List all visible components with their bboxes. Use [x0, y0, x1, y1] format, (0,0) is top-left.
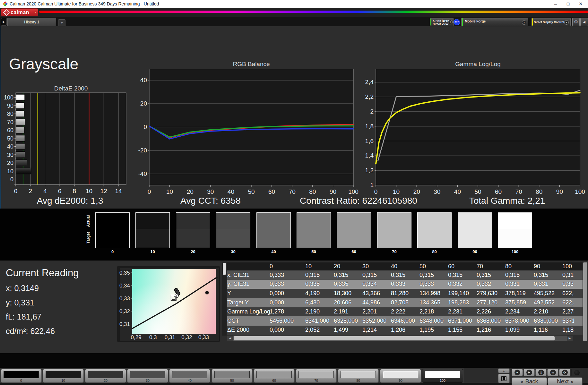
brand-name: calman	[11, 10, 29, 15]
pattern-button-50[interactable]: 50	[212, 369, 253, 383]
window-title: Calman 2020 Calman Ultimate for Business…	[10, 1, 159, 6]
swatch-target	[176, 229, 210, 248]
pattern-window-icon	[501, 376, 506, 381]
table-cell: 0,331	[505, 281, 534, 287]
pattern-swatch	[172, 371, 207, 378]
pattern-button-100[interactable]: 100	[422, 369, 463, 383]
pattern-label: 10	[43, 379, 83, 382]
pattern-button-10[interactable]: 10	[43, 369, 84, 383]
table-cell: 6380,000	[534, 318, 562, 324]
svg-text:Gamma Log/Log: Gamma Log/Log	[455, 61, 501, 67]
meter-device-button[interactable]: X-Rite i1Pro 2 Direct View ▼	[430, 18, 454, 26]
table-cell: 1,099	[505, 327, 534, 333]
svg-text:30: 30	[7, 152, 13, 158]
chevron-down-icon[interactable]: ▼	[522, 20, 526, 25]
swatch-label: 60	[337, 249, 371, 254]
svg-text:100: 100	[4, 94, 13, 101]
pattern-button-20[interactable]: 20	[85, 369, 126, 383]
table-hscroll-right-button[interactable]: ▶	[567, 336, 573, 341]
table-header-cell: 80	[505, 263, 534, 270]
svg-text:4: 4	[43, 188, 47, 194]
table-cell: 1,116	[534, 327, 562, 333]
table-header-cell: 60	[448, 263, 477, 270]
table-cell: 0,315	[362, 272, 391, 278]
close-button[interactable]: ✕	[575, 0, 586, 8]
minimize-button[interactable]: –	[550, 0, 561, 8]
pattern-expand-button[interactable]: ▲	[498, 368, 510, 373]
swatch-label: 40	[256, 249, 291, 254]
table-cell: 0,315	[505, 272, 534, 278]
calman-menu-button[interactable]: calman ▼	[1, 8, 38, 16]
maximize-button[interactable]: □	[563, 0, 574, 8]
pattern-button-70[interactable]: 70	[296, 369, 337, 383]
collapse-panel-button[interactable]: ◀	[580, 18, 588, 26]
svg-text:1,4: 1,4	[365, 152, 374, 159]
interval-icon: [-]	[538, 370, 544, 375]
indicator-circle-icon	[574, 370, 580, 375]
table-cell: 0,315	[391, 272, 419, 278]
pattern-button-60[interactable]: 60	[254, 369, 295, 383]
table-cell: 6346,000	[391, 318, 419, 324]
back-button[interactable]: « Back	[512, 377, 547, 385]
svg-text:40: 40	[228, 188, 234, 195]
pattern-button-80[interactable]: 80	[338, 369, 379, 383]
table-vscroll-thumb[interactable]	[223, 263, 226, 275]
table-cell: 6371,000	[448, 318, 477, 324]
interval-button[interactable]: [-]	[535, 369, 547, 376]
stop-button[interactable]: ■	[512, 369, 523, 376]
app-icon	[3, 1, 8, 6]
table-cell: 0,332	[448, 281, 477, 287]
refresh-button[interactable]: ⟳	[559, 369, 570, 376]
chevron-down-icon[interactable]: ▼	[448, 20, 453, 24]
pattern-window-button[interactable]	[498, 374, 510, 383]
table-cell: 2,218	[419, 308, 448, 315]
stat-total-gamma: Total Gamma: 2,21	[469, 196, 545, 206]
pattern-button-30[interactable]: 30	[127, 369, 168, 383]
calman-window: Calman 2020 Calman Ultimate for Business…	[0, 0, 588, 385]
pattern-button-0[interactable]: 0	[1, 369, 42, 383]
table-cell: 622,46	[562, 299, 574, 306]
loop-infinite-button[interactable]: ∞	[547, 369, 558, 376]
table-header-cell: 50	[419, 263, 448, 270]
swatch-label: 80	[417, 249, 452, 254]
table-header-cell: 90	[534, 263, 562, 270]
table-cell: 1,216	[477, 327, 505, 333]
table-header-row: 0102030405060708090100	[227, 262, 583, 270]
table-header-cell: 100	[562, 263, 574, 270]
back-arrow-icon: «	[520, 378, 523, 385]
add-tab-button[interactable]: +	[58, 19, 65, 26]
meter-count-badge[interactable]: 207	[454, 19, 460, 25]
table-cell: 1,195	[419, 327, 448, 333]
tab-nav-button[interactable]: ▶	[1, 18, 7, 26]
table-cell: 2,201	[362, 308, 391, 315]
svg-text:80: 80	[536, 188, 542, 195]
swatch-label: 70	[377, 249, 411, 254]
pattern-swatch	[298, 371, 334, 378]
table-hscroll-thumb[interactable]	[234, 336, 555, 340]
svg-text:50: 50	[248, 188, 255, 195]
table-cell: 0,000	[270, 290, 305, 297]
table-cell: 0,331	[562, 281, 574, 287]
measurement-table: 0102030405060708090100x: CIE310,3330,315…	[221, 262, 588, 341]
table-vscrollbar-right[interactable]	[583, 262, 587, 341]
pattern-button-90[interactable]: 90	[380, 369, 421, 383]
swatch-target	[136, 229, 169, 248]
table-hscroll-left-button[interactable]: ◀	[227, 336, 233, 341]
pattern-swatch	[214, 371, 250, 378]
svg-text:0,3: 0,3	[149, 334, 157, 340]
source-device-button[interactable]: Mobile Forge ▼	[461, 18, 528, 26]
pattern-swatch	[341, 371, 376, 378]
svg-text:2,4: 2,4	[365, 79, 374, 85]
next-button[interactable]: Next »	[548, 377, 583, 385]
display-control-button[interactable]: Direct Display Control ▼	[532, 18, 571, 26]
tab-history-1[interactable]: History 1	[7, 18, 56, 26]
swatch-label: 20	[176, 249, 210, 254]
pattern-label: 20	[85, 379, 126, 382]
table-cell: 495,522	[534, 290, 562, 297]
pattern-button-40[interactable]: 40	[169, 369, 210, 383]
settings-button[interactable]: ⚙	[572, 18, 580, 26]
chevron-down-icon[interactable]: ▼	[564, 20, 569, 25]
play-button[interactable]: ▶	[523, 369, 535, 376]
pattern-label: 100	[422, 379, 463, 382]
svg-text:20: 20	[140, 100, 147, 107]
